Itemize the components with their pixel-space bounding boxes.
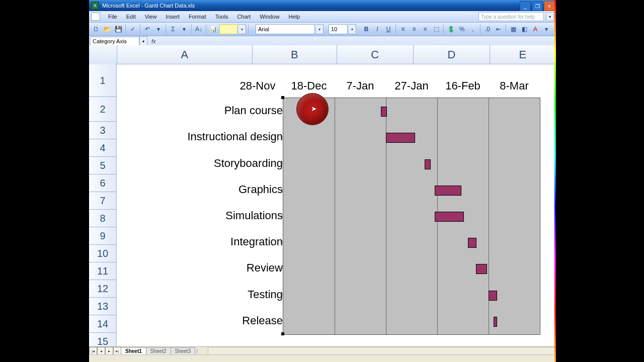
gantt-bar[interactable] — [494, 317, 497, 327]
rowhdr-12[interactable]: 12 — [89, 280, 117, 298]
menu-chart[interactable]: Chart — [233, 13, 255, 21]
gantt-chart[interactable]: 28-Nov18-Dec7-Jan27-Jan16-Feb8-Mar Plan … — [142, 79, 544, 346]
rowhdr-1[interactable]: 1 — [89, 64, 117, 97]
y-category-label: Testing — [147, 289, 283, 300]
rowhdr-4[interactable]: 4 — [89, 139, 117, 157]
align-center-icon[interactable]: ≡ — [409, 24, 419, 34]
merge-icon[interactable]: ⬚ — [431, 24, 441, 34]
new-icon[interactable]: 🗋 — [91, 24, 101, 34]
minimize-button[interactable]: _ — [520, 1, 531, 11]
percent-icon[interactable]: % — [457, 24, 467, 34]
colhdr-c[interactable]: C — [337, 45, 414, 64]
toolbar-more[interactable]: ▾ — [541, 24, 551, 34]
rowhdr-6[interactable]: 6 — [89, 174, 117, 192]
rowhdr-14[interactable]: 14 — [89, 315, 117, 333]
underline-icon[interactable]: U — [383, 24, 393, 34]
currency-icon[interactable]: 💲 — [446, 24, 456, 34]
zoom-dd[interactable]: ▾ — [238, 24, 246, 34]
axis-handle[interactable] — [281, 96, 284, 99]
rowhdr-9[interactable]: 9 — [89, 227, 117, 245]
comma-icon[interactable]: , — [468, 24, 478, 34]
font-name[interactable]: Arial — [256, 24, 315, 34]
menu-help[interactable]: Help — [284, 13, 304, 21]
align-right-icon[interactable]: ≡ — [420, 24, 430, 34]
borders-icon[interactable]: ▦ — [508, 24, 518, 34]
colhdr-b[interactable]: B — [253, 45, 337, 64]
name-box[interactable]: Category Axis — [90, 37, 139, 46]
plot-area[interactable] — [283, 98, 540, 335]
rowhdr-8[interactable]: 8 — [89, 210, 117, 227]
gantt-bar[interactable] — [435, 186, 461, 196]
sum-dd[interactable]: ▾ — [179, 24, 189, 34]
rowhdr-13[interactable]: 13 — [89, 298, 117, 315]
y-category-label: Plan course — [147, 105, 283, 116]
menu-file[interactable]: File — [104, 13, 121, 21]
bold-icon[interactable]: B — [361, 24, 371, 34]
worksheet[interactable]: A B C D E 123456789101112131415 28-Nov18… — [89, 45, 556, 347]
tab-nav-next[interactable]: ▸ — [105, 347, 113, 355]
font-size[interactable]: 10 — [329, 24, 348, 34]
menu-view[interactable]: View — [141, 13, 161, 21]
horizontal-scrollbar[interactable] — [208, 347, 556, 355]
open-icon[interactable]: 📂 — [102, 24, 112, 34]
x-tick-label: 28-Nov — [232, 79, 283, 93]
menu-edit[interactable]: Edit — [122, 13, 140, 21]
undo-dd[interactable]: ▾ — [153, 24, 164, 34]
rowhdr-5[interactable]: 5 — [89, 157, 117, 174]
dec-inc-icon[interactable]: .0 — [482, 24, 493, 34]
help-dropdown[interactable]: ▾ — [546, 12, 554, 21]
tab-nav-first[interactable]: |◂ — [89, 347, 97, 355]
colhdr-d[interactable]: D — [414, 45, 490, 64]
gantt-bar[interactable] — [468, 238, 476, 248]
colhdr-a[interactable]: A — [117, 45, 253, 64]
sort-icon[interactable]: A↓ — [194, 24, 204, 34]
rowhdr-7[interactable]: 7 — [89, 192, 117, 210]
menu-tools[interactable]: Tools — [211, 13, 232, 21]
chart-icon[interactable]: 📊 — [208, 24, 218, 34]
rowhdr-11[interactable]: 11 — [89, 262, 117, 280]
font-name-dd[interactable]: ▾ — [316, 24, 324, 34]
menu-window[interactable]: Window — [256, 13, 283, 21]
gantt-bar[interactable] — [386, 133, 415, 143]
font-color-icon[interactable]: A — [530, 24, 540, 34]
tab-nav-prev[interactable]: ◂ — [97, 347, 105, 355]
menu-format[interactable]: Format — [185, 13, 210, 21]
indent-icon[interactable]: ⇤ — [494, 24, 504, 34]
tab-sheet3[interactable]: Sheet3 — [171, 347, 196, 355]
gantt-bar[interactable] — [435, 212, 464, 222]
gantt-bar[interactable] — [489, 291, 497, 301]
axis-handle[interactable] — [281, 332, 284, 335]
fill-color[interactable] — [219, 24, 237, 34]
tab-sheet1[interactable]: Sheet1 — [121, 347, 146, 355]
font-size-dd[interactable]: ▾ — [349, 24, 356, 34]
italic-icon[interactable]: I — [372, 24, 382, 34]
x-tick-label: 27-Jan — [386, 79, 437, 93]
undo-icon[interactable]: ↶ — [142, 24, 152, 34]
rowhdr-10[interactable]: 10 — [89, 245, 117, 262]
close-button[interactable]: × — [544, 1, 555, 11]
colhdr-e[interactable]: E — [490, 45, 556, 64]
save-icon[interactable]: 💾 — [113, 24, 123, 34]
print-icon[interactable]: ✓ — [128, 24, 138, 34]
tab-sheet2[interactable]: Sheet2 — [146, 347, 171, 355]
fill-icon[interactable]: ◧ — [519, 24, 529, 34]
gantt-bar[interactable] — [476, 264, 487, 274]
tab-nav-last[interactable]: ▸| — [113, 347, 121, 355]
menu-insert[interactable]: Insert — [162, 13, 184, 21]
excel-window: X Microsoft Excel - Gantt Chart Data.xls… — [89, 0, 556, 362]
name-box-dd[interactable]: ▾ — [139, 36, 147, 46]
autosum-icon[interactable]: Σ — [168, 24, 178, 34]
align-left-icon[interactable]: ≡ — [398, 24, 408, 34]
fx-icon[interactable]: fx — [151, 38, 156, 44]
maximize-button[interactable]: ❐ — [532, 1, 543, 11]
y-tick — [280, 137, 283, 137]
help-input[interactable]: Type a question for help — [478, 12, 544, 21]
gantt-bar[interactable] — [425, 159, 431, 169]
rowhdr-2[interactable]: 2 — [89, 97, 117, 122]
column-headers: A B C D E — [89, 45, 556, 64]
select-all[interactable] — [89, 45, 117, 65]
gantt-bar[interactable] — [381, 107, 387, 117]
cells[interactable]: 28-Nov18-Dec7-Jan27-Jan16-Feb8-Mar Plan … — [117, 64, 556, 347]
x-tick-label: 16-Feb — [438, 79, 488, 93]
rowhdr-3[interactable]: 3 — [89, 122, 117, 139]
